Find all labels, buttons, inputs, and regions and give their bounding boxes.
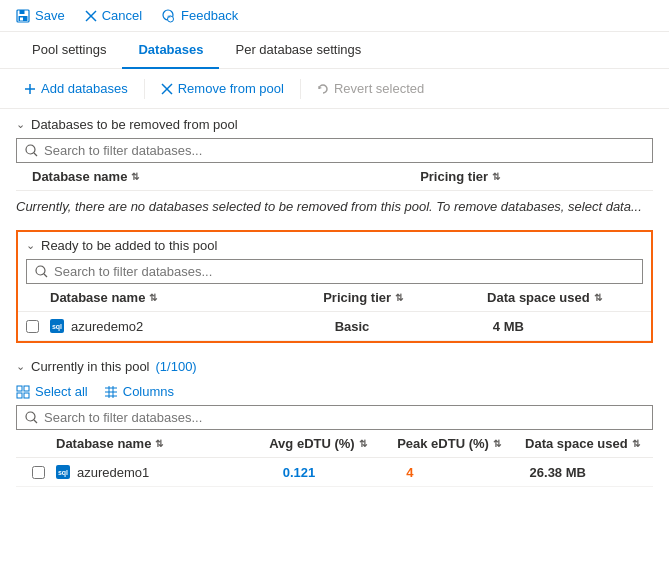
remove-col-pricing-sort-icon[interactable]: ⇅: [492, 171, 500, 182]
sql-db-icon-azuredemo1: sql: [55, 464, 71, 480]
current-col-dataspace-sort-icon[interactable]: ⇅: [632, 438, 640, 449]
top-bar: Save Cancel ☺ Feedback: [0, 0, 669, 32]
add-col-name-sort-icon[interactable]: ⇅: [149, 292, 157, 303]
add-col-pricing-sort-icon[interactable]: ⇅: [395, 292, 403, 303]
save-icon: [16, 9, 30, 23]
add-search-input[interactable]: [54, 264, 634, 279]
svg-rect-20: [24, 386, 29, 391]
feedback-button[interactable]: ☺ Feedback: [162, 8, 238, 23]
remove-search-input[interactable]: [44, 143, 644, 158]
add-icon: [24, 83, 36, 95]
current-col-avgdtu-sort-icon[interactable]: ⇅: [359, 438, 367, 449]
svg-line-29: [34, 420, 37, 423]
svg-rect-1: [20, 10, 25, 14]
sql-db-icon: sql: [49, 318, 65, 334]
toolbar-divider-2: [300, 79, 301, 99]
toolbar-divider-1: [144, 79, 145, 99]
svg-rect-22: [24, 393, 29, 398]
current-col-dataspace: Data space used ⇅: [525, 436, 653, 451]
table-row: sql azuredemo1 0.121 4 26.38 MB: [16, 458, 653, 487]
current-table-header: Database name ⇅ Avg eDTU (%) ⇅ Peak eDTU…: [16, 430, 653, 458]
current-chevron-icon: ⌄: [16, 360, 25, 373]
remove-from-pool-button[interactable]: Remove from pool: [153, 77, 292, 100]
current-search-icon: [25, 411, 38, 424]
current-col-name: Database name ⇅: [56, 436, 269, 451]
row-dataspace-azuredemo2: 4 MB: [493, 319, 651, 334]
remove-section-header[interactable]: ⌄ Databases to be removed from pool: [16, 117, 653, 132]
svg-point-28: [26, 412, 35, 421]
row-dataspace-azuredemo1: 26.38 MB: [530, 465, 653, 480]
add-databases-button[interactable]: Add databases: [16, 77, 136, 100]
remove-icon: [161, 83, 173, 95]
remove-col-name: Database name ⇅: [32, 169, 420, 184]
current-search-box: [16, 405, 653, 430]
svg-line-14: [34, 153, 37, 156]
svg-line-16: [44, 274, 47, 277]
svg-point-15: [36, 266, 45, 275]
select-all-icon: [16, 385, 30, 399]
cancel-icon: [85, 10, 97, 22]
add-col-name: Database name ⇅: [50, 290, 323, 305]
row-avgdtu-azuredemo1: 0.121: [283, 465, 406, 480]
tabs-bar: Pool settings Databases Per database set…: [0, 32, 669, 69]
row-pricing-azuredemo2: Basic: [335, 319, 493, 334]
add-search-box: [26, 259, 643, 284]
remove-section: ⌄ Databases to be removed from pool Data…: [0, 109, 669, 222]
feedback-icon: ☺: [162, 9, 176, 23]
columns-icon: [104, 385, 118, 399]
columns-button[interactable]: Columns: [104, 384, 174, 399]
svg-text:☺: ☺: [167, 12, 172, 18]
remove-chevron-icon: ⌄: [16, 118, 25, 131]
remove-table-header: Database name ⇅ Pricing tier ⇅: [16, 163, 653, 191]
tab-per-database-settings[interactable]: Per database settings: [219, 32, 377, 69]
current-col-peakdtu-sort-icon[interactable]: ⇅: [493, 438, 501, 449]
current-col-peakdtu: Peak eDTU (%) ⇅: [397, 436, 525, 451]
add-search-icon: [35, 265, 48, 278]
table-row: sql azuredemo2 Basic 4 MB: [18, 312, 651, 341]
current-section-header[interactable]: ⌄ Currently in this pool (1/100): [16, 359, 653, 374]
add-col-dataspace-sort-icon[interactable]: ⇅: [594, 292, 602, 303]
remove-search-icon: [25, 144, 38, 157]
tab-pool-settings[interactable]: Pool settings: [16, 32, 122, 69]
svg-rect-19: [17, 386, 22, 391]
current-col-avgdtu: Avg eDTU (%) ⇅: [269, 436, 397, 451]
add-col-dataspace: Data space used ⇅: [487, 290, 651, 305]
current-section-toolbar: Select all Columns: [16, 380, 653, 405]
svg-rect-21: [17, 393, 22, 398]
select-all-button[interactable]: Select all: [16, 384, 88, 399]
current-search-input[interactable]: [44, 410, 644, 425]
svg-point-13: [26, 145, 35, 154]
add-col-pricing: Pricing tier ⇅: [323, 290, 487, 305]
tab-databases[interactable]: Databases: [122, 32, 219, 69]
current-col-name-sort-icon[interactable]: ⇅: [155, 438, 163, 449]
svg-text:sql: sql: [58, 469, 68, 477]
svg-rect-3: [20, 17, 23, 20]
revert-selected-button[interactable]: Revert selected: [309, 77, 432, 100]
add-section: ⌄ Ready to be added to this pool Databas…: [16, 230, 653, 343]
revert-icon: [317, 83, 329, 95]
svg-text:sql: sql: [52, 323, 62, 331]
cancel-button[interactable]: Cancel: [85, 8, 142, 23]
row-peakdtu-azuredemo1: 4: [406, 465, 529, 480]
remove-empty-message: Currently, there are no databases select…: [16, 191, 653, 222]
remove-search-box: [16, 138, 653, 163]
remove-col-name-sort-icon[interactable]: ⇅: [131, 171, 139, 182]
row-checkbox-azuredemo2[interactable]: [26, 320, 39, 333]
current-section: ⌄ Currently in this pool (1/100) Select …: [0, 351, 669, 487]
current-count: (1/100): [156, 359, 197, 374]
row-checkbox-azuredemo1[interactable]: [32, 466, 45, 479]
row-dbname-azuredemo1: azuredemo1: [77, 465, 283, 480]
row-dbname-azuredemo2: azuredemo2: [71, 319, 335, 334]
save-button[interactable]: Save: [16, 8, 65, 23]
add-chevron-icon: ⌄: [26, 239, 35, 252]
add-table-header: Database name ⇅ Pricing tier ⇅ Data spac…: [18, 284, 651, 312]
main-toolbar: Add databases Remove from pool Revert se…: [0, 69, 669, 109]
remove-col-pricing: Pricing tier ⇅: [420, 169, 653, 184]
add-section-header[interactable]: ⌄ Ready to be added to this pool: [18, 238, 651, 253]
